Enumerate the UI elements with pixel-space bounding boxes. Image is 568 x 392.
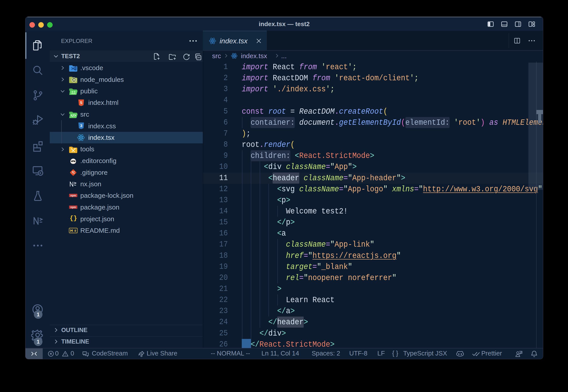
svg-text:3: 3 bbox=[80, 124, 82, 128]
svg-text:5: 5 bbox=[80, 100, 82, 105]
svg-text:npm: npm bbox=[70, 206, 76, 209]
svg-text:JS: JS bbox=[72, 79, 76, 81]
svg-text:npm: npm bbox=[70, 194, 76, 197]
